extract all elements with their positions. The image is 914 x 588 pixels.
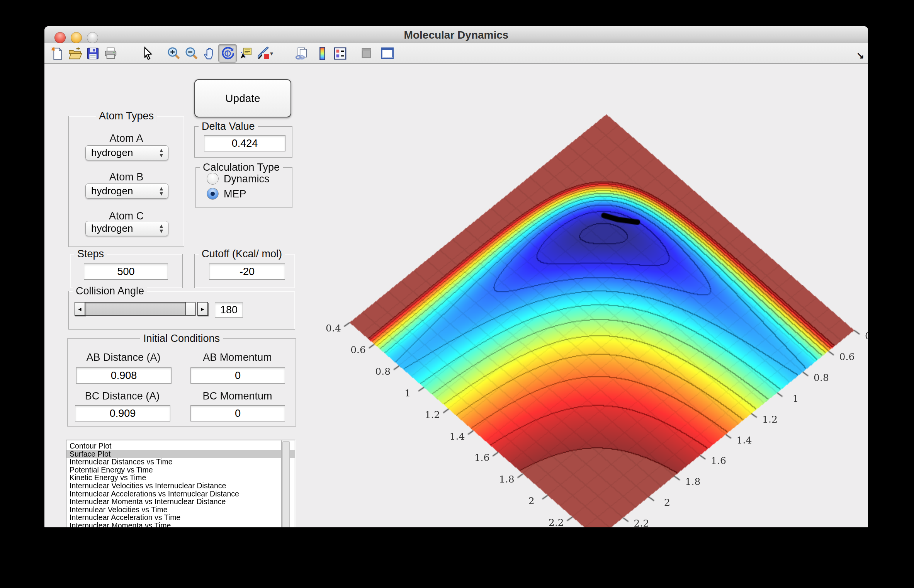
disabled-square-icon (359, 46, 374, 61)
figure-content: A-B bond distance (Å) B-C bond distance … (44, 65, 868, 527)
toolbar-overflow-icon[interactable]: ↘ (856, 50, 864, 61)
plot-type-listbox[interactable]: Contour PlotSurface PlotInternuclear Dis… (66, 440, 295, 527)
collision-angle-panel: Collision Angle ◄ ► 180 (68, 291, 295, 330)
atom-c-label: Atom C (69, 210, 184, 222)
slider-decrement-button[interactable]: ◄ (75, 302, 85, 316)
list-item[interactable]: Internuclear Accelerations vs Internucle… (66, 490, 295, 498)
data-cursor-tool-button[interactable] (237, 44, 255, 62)
list-item[interactable]: Internuclear Velocities vs Internuclear … (66, 482, 295, 490)
popup-arrows-icon: ▲▼ (158, 186, 164, 196)
bc-distance-label: BC Distance (A) (75, 390, 170, 402)
update-button[interactable]: Update (194, 79, 291, 117)
delta-value-panel: Delta Value 0.424 (194, 126, 292, 158)
delta-value-title: Delta Value (199, 121, 258, 133)
popup-arrows-icon: ▲▼ (158, 148, 164, 158)
listbox-scrollbar[interactable] (281, 440, 290, 527)
dynamics-radio[interactable] (207, 173, 219, 185)
list-item[interactable]: Internulear Velocities vs Time (66, 506, 295, 514)
list-item[interactable]: Internuclear Distances vs Time (66, 458, 295, 466)
collision-angle-title: Collision Angle (73, 285, 147, 297)
list-item[interactable]: Contour Plot (66, 442, 295, 450)
slider-increment-button[interactable]: ► (197, 302, 208, 316)
dynamics-radio-label: Dynamics (224, 173, 270, 185)
open-folder-icon (68, 46, 82, 61)
zoom-out-icon (185, 46, 199, 61)
atom-c-value: hydrogen (91, 223, 133, 235)
zoom-in-icon (167, 46, 181, 61)
atom-a-value: hydrogen (91, 147, 133, 159)
brush-icon (257, 46, 271, 61)
mep-radio[interactable] (207, 188, 219, 200)
slider-thumb[interactable] (186, 302, 195, 316)
molecular-dynamics-window: Molecular Dynamics (44, 26, 868, 527)
show-plot-tools-button[interactable] (378, 44, 396, 62)
steps-field[interactable]: 500 (84, 263, 168, 280)
title-bar[interactable]: Molecular Dynamics (44, 26, 868, 43)
cutoff-panel: Cutoff (Kcal/ mol) -20 (194, 254, 295, 288)
plot-type-list: Contour PlotSurface PlotInternuclear Dis… (66, 440, 295, 527)
rotate-3d-tool-button[interactable] (218, 44, 237, 63)
bc-distance-field[interactable]: 0.909 (75, 405, 170, 421)
cutoff-field[interactable]: -20 (209, 263, 285, 280)
insert-legend-button[interactable] (331, 44, 349, 62)
cutoff-title: Cutoff (Kcal/ mol) (199, 248, 285, 260)
link-plots-button[interactable] (292, 44, 310, 62)
ab-momentum-field[interactable]: 0 (190, 367, 285, 384)
ab-distance-label: AB Distance (A) (76, 352, 171, 364)
legend-icon (333, 46, 347, 61)
brush-dropdown-arrow-icon[interactable]: ▾ (270, 50, 273, 57)
atom-a-label: Atom A (69, 133, 184, 144)
list-item[interactable]: Internuclear Momenta vs Internuclear Dis… (66, 498, 295, 506)
pan-tool-button[interactable] (200, 44, 218, 62)
open-file-button[interactable] (66, 44, 84, 62)
data-cursor-icon (239, 46, 253, 61)
initial-conditions-title: Initial Conditions (140, 333, 223, 345)
calculation-type-title: Calculation Type (200, 161, 283, 173)
atom-a-popup[interactable]: hydrogen ▲▼ (85, 145, 168, 160)
list-item[interactable]: Internuclear Momenta vs Time (66, 522, 295, 527)
delta-value-field[interactable]: 0.424 (204, 135, 285, 151)
atom-types-title: Atom Types (96, 110, 157, 122)
ab-momentum-label: AB Momentum (190, 352, 284, 364)
atom-b-value: hydrogen (91, 185, 133, 197)
slider-track[interactable] (85, 302, 186, 316)
atom-b-popup[interactable]: hydrogen ▲▼ (85, 184, 168, 199)
bc-momentum-label: BC Momentum (190, 390, 284, 402)
plot-tools-dock-icon (380, 46, 394, 61)
save-floppy-icon (86, 46, 100, 61)
window-title: Molecular Dynamics (44, 29, 868, 41)
listbox-scrollbar-thumb[interactable] (282, 441, 290, 527)
steps-panel: Steps 500 (70, 254, 183, 288)
surface-plot-canvas[interactable] (299, 104, 868, 527)
zoom-in-tool-button[interactable] (165, 44, 183, 62)
pointer-tool-button[interactable] (139, 44, 156, 62)
list-item[interactable]: Internuclear Acceleration vs Time (66, 513, 295, 522)
save-figure-button[interactable] (84, 44, 102, 62)
collision-angle-field[interactable]: 180 (215, 302, 243, 318)
cursor-arrow-icon (141, 46, 155, 61)
rotate-3d-icon (221, 46, 235, 61)
desktop: Molecular Dynamics (0, 0, 914, 588)
colorbar-icon (315, 46, 330, 61)
link-plots-icon (294, 46, 309, 61)
ab-distance-field[interactable]: 0.908 (76, 367, 172, 384)
popup-arrows-icon: ▲▼ (158, 223, 164, 233)
printer-icon (104, 46, 118, 61)
bc-momentum-field[interactable]: 0 (190, 405, 285, 421)
hide-plot-tools-button[interactable] (357, 44, 375, 62)
mep-radio-label: MEP (224, 188, 246, 200)
new-figure-button[interactable] (48, 44, 66, 62)
pan-hand-icon (202, 46, 217, 61)
initial-conditions-panel: Initial Conditions AB Distance (A) 0.908… (67, 338, 296, 427)
figure-toolbar: ▾ ↘ (44, 43, 868, 64)
atom-b-label: Atom B (69, 171, 184, 183)
atom-c-popup[interactable]: hydrogen ▲▼ (85, 221, 168, 236)
list-item[interactable]: Potential Energy vs Time (66, 466, 295, 474)
insert-colorbar-button[interactable] (313, 44, 331, 62)
list-item[interactable]: Kinetic Energy vs Time (66, 474, 295, 482)
steps-title: Steps (74, 248, 107, 260)
print-figure-button[interactable] (102, 44, 119, 62)
new-document-icon (50, 46, 65, 61)
list-item[interactable]: Surface Plot (66, 450, 295, 458)
zoom-out-tool-button[interactable] (183, 44, 200, 62)
